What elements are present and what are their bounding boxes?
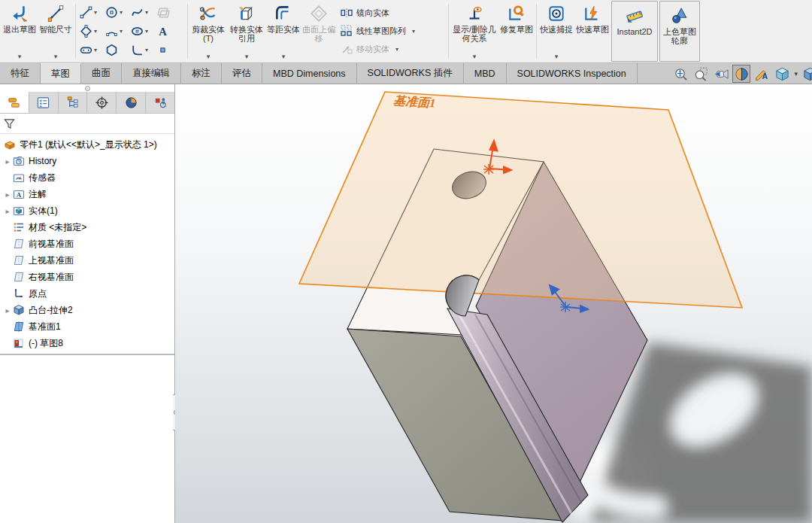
display-delete-relations-dropdown[interactable]: ▾ [473,53,477,60]
offset-entities-button[interactable]: 等距实体 ▾ [266,0,301,62]
tree-item-sensors[interactable]: 传感器 [0,169,174,186]
circle-tool-button[interactable]: ▾ [105,5,130,20]
tree-item-origin[interactable]: 原点 [0,285,174,302]
offset-entities-dropdown[interactable]: ▾ [282,53,286,60]
reference-plane[interactable] [299,92,742,308]
line-dropdown[interactable]: ▾ [94,9,97,16]
linear-sketch-pattern-button[interactable]: 线性草图阵列 ▾ [340,22,444,40]
graphics-viewport[interactable]: 基准面1 [175,84,812,523]
tree-item-right-plane[interactable]: 右视基准面 [0,269,174,285]
dimxpertmanager-tab[interactable] [87,92,117,113]
tab-solidworks-inspection[interactable]: SOLIDWORKS Inspection [507,63,638,84]
spline-tool-button[interactable]: ▾ [130,5,156,20]
quick-snaps-dropdown[interactable]: ▾ [555,53,559,60]
ellipse-dropdown[interactable]: ▾ [145,28,148,35]
filter-funnel-icon[interactable] [3,117,16,130]
zoom-to-fit-button[interactable] [671,65,689,83]
point-tool-button[interactable] [156,43,181,57]
move-entities-dropdown[interactable]: ▾ [395,46,398,53]
tab-annotate[interactable]: 标注 [181,63,222,84]
tree-item-front-plane[interactable]: 前视基准面 [0,236,174,252]
instant2d-button[interactable]: Instant2D [611,1,658,62]
tree-root-label: 零件1 (默认<<默认>_显示状态 1>) [20,138,157,151]
tab-features[interactable]: 特征 [0,63,41,84]
sketch-plane-tool-button[interactable] [156,5,181,20]
linear-pattern-dropdown[interactable]: ▾ [412,28,415,35]
tab-surfaces[interactable]: 曲面 [81,63,122,84]
tree-item-sketch8[interactable]: (-) 草图8 [0,335,174,351]
zoom-to-area-button[interactable] [692,65,710,83]
offset-on-surface-button[interactable]: 曲面上偏移 [301,0,337,62]
section-view-button[interactable] [732,65,750,83]
tab-direct-editing[interactable]: 直接编辑 [122,63,181,84]
cam-tab[interactable] [146,92,174,113]
tab-evaluate[interactable]: 评估 [222,63,262,84]
instant2d-label: Instant2D [617,27,652,36]
expand-arrow-icon[interactable]: ▸ [3,157,12,166]
configurationmanager-tab[interactable] [59,92,88,113]
spline-dropdown[interactable]: ▾ [145,9,148,16]
expand-arrow-icon[interactable]: ▸ [3,190,12,199]
propertymanager-tab[interactable] [29,92,59,113]
ellipse-tool-button[interactable]: ▾ [130,24,156,38]
tree-item-top-plane[interactable]: 上视基准面 [0,252,174,269]
convert-entities-dropdown[interactable]: ▾ [245,53,249,60]
text-tool-button[interactable]: A [156,24,181,38]
section-view-icon [734,66,750,82]
exit-sketch-icon [10,4,29,23]
exit-sketch-button[interactable]: 退出草图 ▾ [2,0,38,62]
view-orientation-dropdown[interactable]: ▾ [794,70,798,78]
displaymanager-tab[interactable] [117,92,146,113]
fillet-dropdown[interactable]: ▾ [145,47,148,53]
tree-item-plane1[interactable]: 基准面1 [0,318,174,335]
tree-root-part[interactable]: 零件1 (默认<<默认>_显示状态 1>) [0,136,174,153]
panel-grip[interactable] [0,84,174,92]
rectangle-tool-button[interactable]: ▾ [79,24,105,38]
polygon-tool-button[interactable] [105,43,130,57]
tree-item-history[interactable]: ▸ History [0,153,174,169]
quick-snaps-button[interactable]: 快速捕捉 ▾ [538,0,574,62]
arc-dropdown[interactable]: ▾ [120,28,123,35]
circle-icon [105,5,119,20]
tree-item-solid-bodies[interactable]: ▸ 实体(1) [0,202,174,219]
rapid-sketch-button[interactable]: 快速草图 [574,0,611,62]
point-icon [156,43,170,57]
fillet-tool-button[interactable]: ▾ [130,43,156,57]
display-delete-relations-label: 显示/删除几何关系 [450,25,498,43]
view-annotations-icon: A [754,66,770,82]
featuremanager-tab[interactable] [0,92,29,113]
repair-sketch-button[interactable]: 修复草图 [498,0,535,62]
expand-arrow-icon[interactable]: ▸ [3,207,12,215]
smart-dimension-button[interactable]: 智能尺寸 ▾ [38,0,74,62]
display-delete-relations-button[interactable]: 显示/删除几何关系 ▾ [450,0,498,62]
convert-entities-button[interactable]: 转换实体引用 ▾ [227,0,266,62]
smart-dimension-dropdown[interactable]: ▾ [54,53,58,60]
slot-dropdown[interactable]: ▾ [94,47,97,53]
arc-tool-button[interactable]: ▾ [105,24,130,38]
expand-arrow-icon[interactable]: ▸ [3,306,12,315]
previous-view-button[interactable] [712,65,730,83]
tree-item-material[interactable]: 材质 <未指定> [0,219,174,236]
trim-entities-button[interactable]: 剪裁实体(T) ▾ [189,0,227,62]
move-entities-button[interactable]: 移动实体 ▾ [340,40,444,58]
rectangle-dropdown[interactable]: ▾ [94,28,97,35]
tree-item-annotations[interactable]: ▸ A 注解 [0,186,174,202]
plane-icon [13,271,25,283]
mirror-entities-icon [340,6,353,20]
slot-tool-button[interactable]: ▾ [79,43,105,57]
circle-dropdown[interactable]: ▾ [120,9,123,16]
tab-mbd[interactable]: MBD [464,63,507,84]
tab-mbd-dimensions[interactable]: MBD Dimensions [262,63,357,84]
shaded-sketch-contours-button[interactable]: 上色草图轮廓 [659,1,700,62]
line-tool-button[interactable]: ▾ [79,5,105,20]
exit-sketch-dropdown[interactable]: ▾ [18,53,22,60]
tab-sketch[interactable]: 草图 [41,63,81,84]
tab-solidworks-addins[interactable]: SOLIDWORKS 插件 [357,63,464,84]
view-annotations-button[interactable]: A [753,65,771,83]
display-style-button[interactable] [801,65,812,83]
trim-entities-dropdown[interactable]: ▾ [207,53,211,60]
tree-item-boss-extrude2[interactable]: ▸ 凸台-拉伸2 [0,302,174,318]
rectangle-icon [79,24,93,38]
mirror-entities-button[interactable]: 镜向实体 [340,4,444,22]
view-orientation-button[interactable] [773,65,791,83]
